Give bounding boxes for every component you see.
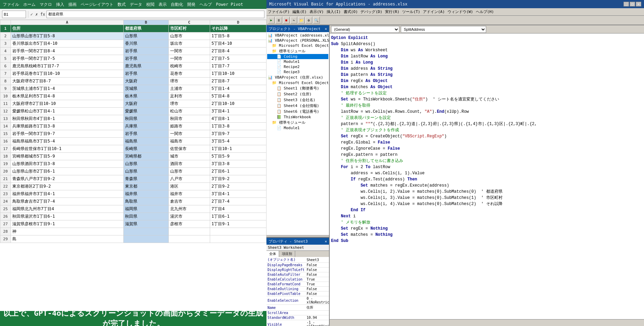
cell-r7-c1[interactable]: 岩手県 <box>123 70 168 78</box>
cell-r24-c1[interactable]: 鳥取県 <box>123 198 168 205</box>
cell-r5-c2[interactable]: 一関市 <box>168 55 210 63</box>
cell-r19-c3[interactable]: 3丁目3-8 <box>210 160 266 168</box>
procedure-dropdown[interactable]: SplitAddress <box>401 26 486 33</box>
menu-powerpivot[interactable]: Power Pivot <box>216 2 243 7</box>
cell-r16-c3[interactable]: 3丁目5-4 <box>210 138 266 145</box>
cell-r16-c1[interactable]: 福島県 <box>123 138 168 145</box>
table-row[interactable]: 29島 <box>0 235 266 243</box>
cell-r8-c2[interactable]: 堺市 <box>168 78 210 85</box>
vba-menu-format[interactable]: 書式(O) <box>344 9 358 14</box>
menu-home[interactable]: ホーム <box>23 2 36 8</box>
menu-automate[interactable]: 自動化 <box>171 2 183 8</box>
cell-r22-c0[interactable]: 東京都港区2丁目9-2 <box>11 183 123 190</box>
cell-r28-c0[interactable]: 神 <box>11 228 123 235</box>
cell-r14-c3[interactable]: 1丁目3-8 <box>210 123 266 130</box>
cell-r11-c1[interactable]: 大阪府 <box>123 100 168 108</box>
tree-item-VBAProject-(PERSONAL[interactable]: 📊 VBAProject (PERSONAL.XLS <box>267 38 328 43</box>
prop-value[interactable]: 10.94 <box>305 315 329 320</box>
properties-btn[interactable]: ⚙ <box>305 17 312 24</box>
cell-r14-c1[interactable]: 兵庫県 <box>123 123 168 130</box>
cell-r26-c1[interactable]: 秋田県 <box>123 213 168 220</box>
table-row[interactable]: 23福井県福井市3丁目4-1福井県福井市3丁目4-1 <box>0 190 266 198</box>
cell-r18-c1[interactable]: 宮崎県都 <box>123 153 168 160</box>
cell-r14-c2[interactable]: 姫路市 <box>168 123 210 130</box>
cell-r12-c3[interactable]: 3丁目4-1 <box>210 108 266 115</box>
cell-r29-c3[interactable] <box>210 235 266 243</box>
cell-r15-c0[interactable]: 岩手県一関市3丁目9-7 <box>11 130 123 138</box>
cell-r9-c0[interactable]: 茨城県土浦市5丁目1-4 <box>11 85 123 93</box>
cell-r11-c2[interactable]: 堺市 <box>168 100 210 108</box>
cell-r20-c3[interactable]: 2丁目6-1 <box>210 168 266 175</box>
cell-r11-c3[interactable]: 2丁目10-10 <box>210 100 266 108</box>
prop-value[interactable]: 0 - xlNoRestriction <box>305 296 329 305</box>
tree-item-Sheet2-(住所)[interactable]: 📋 Sheet2 (住所) <box>267 91 328 97</box>
cell-r8-c1[interactable]: 大阪府 <box>123 78 168 85</box>
vba-menu-view[interactable]: 表示(V) <box>310 9 324 14</box>
cell-r23-c1[interactable]: 福井県 <box>123 190 168 198</box>
table-row[interactable]: 12愛媛県松山市3丁目4-1愛媛県松山市3丁目4-1 <box>0 108 266 115</box>
cell-r18-c2[interactable]: 城市 <box>168 153 210 160</box>
cell-r13-c1[interactable]: 秋田県 <box>123 115 168 123</box>
vba-menu-insert[interactable]: 挿入(I) <box>327 9 341 14</box>
cell-r15-c3[interactable]: 3丁目9-7 <box>210 130 266 138</box>
cell-r14-c0[interactable]: 兵庫県姫路市1丁目3-8 <box>11 123 123 130</box>
tree-item-Sheet1-(郵便番号)[interactable]: 📋 Sheet1 (郵便番号) <box>267 85 328 91</box>
cell-r7-c0[interactable]: 岩手県花巻市1丁目10-10 <box>11 70 123 78</box>
cell-r12-c1[interactable]: 愛媛県 <box>123 108 168 115</box>
cell-r4-c1[interactable]: 岩手県 <box>123 47 168 55</box>
cell-r25-c3[interactable]: 7丁目4 <box>210 205 266 213</box>
table-row[interactable]: 17長崎県佐世保市1丁目10-1長崎県佐世保市1丁目10-1 <box>0 145 266 153</box>
col-header-c[interactable]: C <box>168 20 210 25</box>
cell-r12-c2[interactable]: 松山市 <box>168 108 210 115</box>
table-row[interactable]: 18宮崎県都城市5丁目5-9宮崎県都城市5丁目5-9 <box>0 153 266 160</box>
cell-r13-c2[interactable]: 秋田市 <box>168 115 210 123</box>
tree-item-Module1[interactable]: 📄 Module1 <box>267 125 328 131</box>
cell-r27-c1[interactable]: 滋賀県 <box>123 220 168 228</box>
cell-r9-c2[interactable]: 土浦市 <box>168 85 210 93</box>
cell-r29-c0[interactable]: 島 <box>11 235 123 243</box>
props-tab-all[interactable]: 全体 <box>266 251 279 257</box>
project-explorer-btn[interactable]: 📁 <box>298 17 305 24</box>
cell-r8-c3[interactable]: 2丁目8-7 <box>210 78 266 85</box>
cell-r16-c2[interactable]: 福島市 <box>168 138 210 145</box>
cell-r18-c3[interactable]: 5丁目5-9 <box>210 153 266 160</box>
name-box[interactable] <box>2 11 26 18</box>
prop-value[interactable]: False <box>305 268 329 272</box>
col-header-d[interactable]: D <box>210 20 266 25</box>
tree-item-ThisWorkbook[interactable]: 📗 ThisWorkbook <box>267 114 328 120</box>
maximize-button[interactable]: □ <box>630 2 635 6</box>
menu-file[interactable]: ファイル <box>3 2 19 8</box>
cell-r22-c2[interactable]: 港区 <box>168 183 210 190</box>
cell-r17-c0[interactable]: 長崎県佐世保市1丁目10-1 <box>11 145 123 153</box>
cell-r10-c3[interactable]: 5丁目4-8 <box>210 93 266 100</box>
cell-r6-c0[interactable]: 鹿児島県枕崎市1丁目7-7 <box>11 63 123 70</box>
cell-r19-c0[interactable]: 山形県酒田市3丁目3-8 <box>11 160 123 168</box>
tree-item-標準モジュール[interactable]: 📁 標準モジュール <box>267 120 328 125</box>
prop-value[interactable]: False <box>305 287 329 291</box>
cell-r10-c2[interactable]: 足利市 <box>168 93 210 100</box>
cell-r26-c3[interactable]: 1丁目6-1 <box>210 213 266 220</box>
code-content[interactable]: Option ExplicitSub SplitAddress() Dim ws… <box>330 33 644 319</box>
cell-r6-c2[interactable]: 枕崎市 <box>168 63 210 70</box>
table-row[interactable]: 13秋田県秋田市4丁目8-1秋田県秋田市4丁目8-1 <box>0 115 266 123</box>
cell-r28-c3[interactable] <box>210 228 266 235</box>
vba-menu-help[interactable]: ヘルプ(H) <box>476 9 494 14</box>
cell-r27-c2[interactable]: 彦根市 <box>168 220 210 228</box>
table-row[interactable]: 4岩手県一関市2丁目8-4岩手県一関市2丁目8-4 <box>0 47 266 55</box>
cell-r5-c1[interactable]: 岩手県 <box>123 55 168 63</box>
cell-r12-c0[interactable]: 愛媛県松山市3丁目4-1 <box>11 108 123 115</box>
cell-r4-c0[interactable]: 岩手県一関市2丁目8-4 <box>11 47 123 55</box>
prop-value[interactable]: False <box>305 291 329 296</box>
cell-r20-c2[interactable]: 山形市 <box>168 168 210 175</box>
table-row[interactable]: 6鹿児島県枕崎市1丁目7-7鹿児島県枕崎市1丁目7-7 <box>0 63 266 70</box>
cell-r20-c0[interactable]: 山形県山形市2丁目6-1 <box>11 168 123 175</box>
cell-r29-c2[interactable] <box>168 235 210 243</box>
menu-insert[interactable]: 挿入 <box>56 2 64 8</box>
cell-r27-c3[interactable]: 1丁目9-1 <box>210 220 266 228</box>
tree-item-Module1[interactable]: 📄 Module1 <box>267 59 328 64</box>
cell-r7-c2[interactable]: 花巻市 <box>168 70 210 78</box>
prop-value[interactable]: 住所 <box>305 305 329 311</box>
cell-r23-c3[interactable]: 3丁目4-1 <box>210 190 266 198</box>
cell-r23-c2[interactable]: 福井市 <box>168 190 210 198</box>
cell-r24-c0[interactable]: 鳥取県倉吉市2丁目7-4 <box>11 198 123 205</box>
